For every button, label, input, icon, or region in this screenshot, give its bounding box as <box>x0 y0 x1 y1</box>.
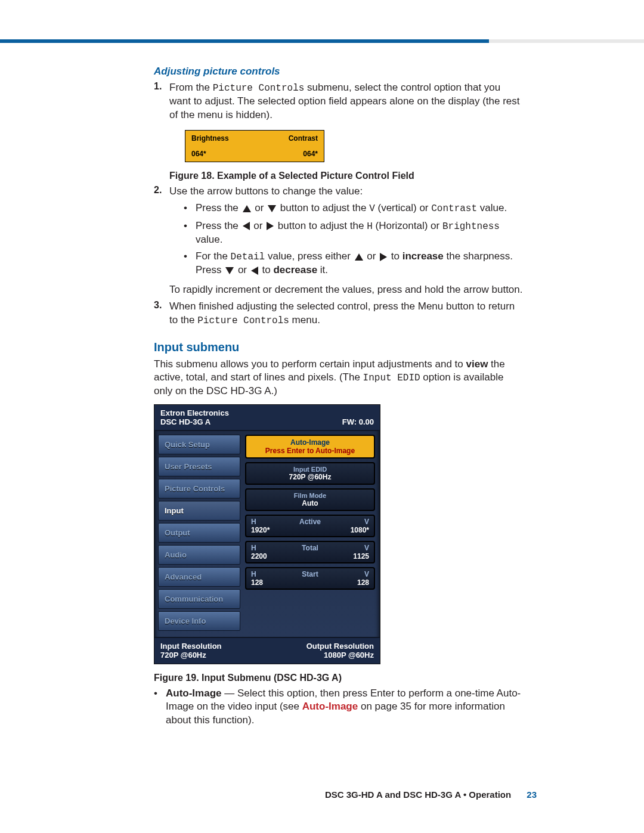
tab-input[interactable]: Input <box>158 501 240 521</box>
osd-body: Quick Setup User Presets Picture Control… <box>154 431 380 637</box>
osd-main: Auto-Image Press Enter to Auto-Image Inp… <box>243 431 380 637</box>
h-value: 128 <box>251 578 290 587</box>
down-arrow-icon <box>268 205 276 212</box>
v-value: 1080* <box>330 526 369 534</box>
osd-titlebar: Extron Electronics DSC HD-3G A FW: 0.00 <box>154 405 380 431</box>
section-title: Adjusting picture controls <box>154 66 524 78</box>
v-value: 128 <box>330 578 369 587</box>
step-2-tail: To rapidly increment or decrement the va… <box>169 283 524 296</box>
step-1-text: From the Picture Controls submenu, selec… <box>169 82 520 120</box>
t: (Horizontal) or <box>373 220 442 231</box>
tab-picture-controls[interactable]: Picture Controls <box>158 479 240 498</box>
code: Picture Controls <box>197 315 289 326</box>
contrast-value: 064* <box>303 150 318 158</box>
t: button to adjust the <box>277 202 369 213</box>
film-label: Film Mode <box>250 492 370 499</box>
v-value: 1125 <box>330 552 369 561</box>
film-value: Auto <box>250 499 370 507</box>
outres-label: Output Resolution <box>306 642 374 651</box>
firmware: FW: 0.00 <box>342 417 374 426</box>
page-content: Adjusting picture controls From the Pict… <box>154 66 524 727</box>
osd-small-values: 064* 064* <box>185 146 324 162</box>
t: For the <box>196 250 231 262</box>
page-number: 23 <box>527 789 537 800</box>
auto-image-link[interactable]: Auto-Image <box>302 701 358 712</box>
brightness-label: Brightness <box>191 134 229 143</box>
sub-bullets: Press the or button to adjust the V (ver… <box>169 202 524 277</box>
edid-label: Input EDID <box>250 466 370 473</box>
footer-doc: DSC 3G-HD A and DSC HD-3G A • Operation <box>325 789 511 800</box>
model: DSC HD-3G A <box>160 417 229 426</box>
t: or <box>364 250 379 262</box>
step-3-text: When finished adjusting the selected con… <box>169 301 515 325</box>
active-row: H Active V 1920* 1080* <box>245 515 375 537</box>
osd-footer: Input Resolution 720P @60Hz Output Resol… <box>154 637 380 664</box>
bullet-1: Press the or button to adjust the V (ver… <box>169 202 524 215</box>
down-arrow-icon <box>225 267 234 274</box>
tab-quick-setup[interactable]: Quick Setup <box>158 435 240 454</box>
osd-input-menu: Extron Electronics DSC HD-3G A FW: 0.00 … <box>154 404 380 664</box>
osd-picture-control: Brightness Contrast 064* 064* <box>185 130 324 162</box>
code: V <box>369 203 375 214</box>
input-edid-item[interactable]: Input EDID 720P @60Hz <box>245 462 375 485</box>
outres-value: 1080P @60Hz <box>306 651 374 660</box>
left-arrow-icon <box>243 222 250 230</box>
figure-19-caption: Figure 19. Input Submenu (DSC HD-3G A) <box>154 673 524 683</box>
code: Picture Controls <box>213 83 305 94</box>
figure-18-caption: Figure 18. Example of a Selected Picture… <box>169 171 524 181</box>
header-rule <box>0 39 644 43</box>
t: or <box>235 264 250 275</box>
h-value: 1920* <box>251 526 290 534</box>
inres-value: 720P @60Hz <box>160 651 222 660</box>
code: Detail <box>231 252 265 262</box>
t: or <box>251 220 266 231</box>
osd-brand: Extron Electronics DSC HD-3G A <box>160 408 229 426</box>
brand: Extron Electronics <box>160 408 229 417</box>
right-arrow-icon <box>267 222 274 230</box>
input-submenu-para: This submenu allows you to perform certa… <box>154 358 524 398</box>
h-label: H <box>251 544 290 552</box>
up-arrow-icon <box>243 205 251 212</box>
page-footer: DSC 3G-HD A and DSC HD-3G A • Operation … <box>325 789 537 800</box>
tab-user-presets[interactable]: User Presets <box>158 457 240 476</box>
row-label: Active <box>290 518 330 526</box>
inres-label: Input Resolution <box>160 642 222 651</box>
v-label: V <box>330 518 369 526</box>
auto-image-item[interactable]: Auto-Image Press Enter to Auto-Image <box>245 435 375 459</box>
bullet-3: For the Detail value, press either or to… <box>169 250 524 277</box>
osd-small-labels: Brightness Contrast <box>185 131 324 146</box>
input-resolution: Input Resolution 720P @60Hz <box>160 642 222 660</box>
t: button to adjust the <box>275 220 367 231</box>
t: it. <box>317 264 328 275</box>
v-label: V <box>330 570 369 578</box>
film-mode-item[interactable]: Film Mode Auto <box>245 488 375 511</box>
tab-output[interactable]: Output <box>158 523 240 543</box>
t: From the <box>169 82 213 93</box>
code: Contrast <box>431 203 477 214</box>
osd-sidebar: Quick Setup User Presets Picture Control… <box>154 431 243 637</box>
right-arrow-icon <box>380 253 387 261</box>
t: value. <box>196 234 222 245</box>
step-2: Use the arrow buttons to change the valu… <box>154 185 524 296</box>
step-1: From the Picture Controls submenu, selec… <box>154 81 524 181</box>
tab-advanced[interactable]: Advanced <box>158 567 240 587</box>
total-row: H Total V 2200 1125 <box>245 541 375 563</box>
t: Use the arrow buttons to change the valu… <box>169 185 363 197</box>
t: Press the <box>196 202 242 213</box>
brightness-value: 064* <box>191 150 206 158</box>
v-label: V <box>330 544 369 552</box>
h-value: 2200 <box>251 552 290 561</box>
tab-communication[interactable]: Communication <box>158 589 240 609</box>
edid-value: 720P @60Hz <box>250 473 370 481</box>
t: to <box>388 250 402 262</box>
t: or <box>252 202 267 213</box>
code: H <box>367 221 373 232</box>
t: Press the <box>196 220 242 231</box>
tab-audio[interactable]: Audio <box>158 545 240 565</box>
code: Input EDID <box>363 373 420 383</box>
tab-device-info[interactable]: Device Info <box>158 611 240 631</box>
row-label: Total <box>290 544 330 552</box>
row-label: Start <box>290 570 330 578</box>
t: This submenu allows you to perform certa… <box>154 358 466 370</box>
input-submenu-heading: Input submenu <box>154 340 524 354</box>
